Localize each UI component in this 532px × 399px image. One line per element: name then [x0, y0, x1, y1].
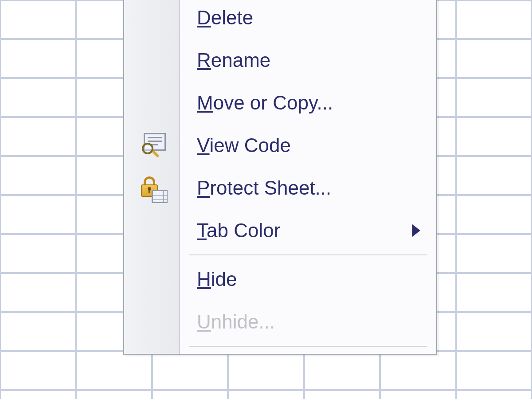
menu-item-tab-color[interactable]: Tab Color	[180, 209, 436, 252]
menu-item-rename[interactable]: Rename	[180, 39, 436, 82]
sheet-tab-context-menu: Delete Rename Move or Copy... View Code …	[123, 0, 437, 355]
cell[interactable]	[0, 234, 76, 273]
cell[interactable]	[456, 39, 532, 78]
menu-separator	[189, 254, 427, 255]
view-code-icon	[141, 133, 168, 160]
menu-item-label: Tab Color	[197, 219, 280, 242]
menu-item-unhide: Unhide...	[180, 301, 436, 343]
cell[interactable]	[76, 351, 152, 390]
cell[interactable]	[456, 234, 532, 273]
cell[interactable]	[456, 273, 532, 312]
cell[interactable]	[456, 195, 532, 234]
cell[interactable]	[456, 312, 532, 351]
cell[interactable]	[0, 351, 76, 390]
menu-item-move-or-copy[interactable]: Move or Copy...	[180, 82, 436, 124]
cell[interactable]	[304, 390, 380, 399]
cell[interactable]	[304, 351, 380, 390]
cell[interactable]	[0, 312, 76, 351]
cell[interactable]	[152, 351, 228, 390]
menu-item-label: Move or Copy...	[197, 92, 333, 114]
cell[interactable]	[0, 156, 76, 195]
menu-item-label: Rename	[197, 49, 270, 71]
cell[interactable]	[152, 390, 228, 399]
cell[interactable]	[380, 351, 456, 390]
cell[interactable]	[380, 390, 456, 399]
cell[interactable]	[228, 351, 304, 390]
menu-item-label: View Code	[197, 134, 291, 156]
cell[interactable]	[228, 390, 304, 399]
menu-item-label: Hide	[197, 268, 237, 290]
cell[interactable]	[0, 39, 76, 78]
cell[interactable]	[0, 273, 76, 312]
menu-icon-gutter	[124, 0, 180, 354]
menu-item-protect-sheet[interactable]: Protect Sheet...	[180, 167, 436, 209]
cell[interactable]	[0, 78, 76, 117]
cell[interactable]	[456, 117, 532, 156]
cell[interactable]	[456, 351, 532, 390]
cell[interactable]	[456, 156, 532, 195]
menu-separator	[189, 346, 427, 347]
cell[interactable]	[0, 0, 76, 39]
menu-item-label: Protect Sheet...	[197, 177, 331, 199]
cell[interactable]	[456, 390, 532, 399]
menu-items: Delete Rename Move or Copy... View Code …	[180, 0, 436, 354]
cell[interactable]	[76, 390, 152, 399]
menu-item-view-code[interactable]: View Code	[180, 124, 436, 167]
cell[interactable]	[0, 390, 76, 399]
cell[interactable]	[456, 78, 532, 117]
cell[interactable]	[0, 195, 76, 234]
menu-item-label: Unhide...	[197, 311, 275, 333]
menu-item-delete[interactable]: Delete	[180, 0, 436, 39]
cell[interactable]	[0, 117, 76, 156]
protect-sheet-icon	[141, 176, 168, 204]
menu-item-label: Delete	[197, 7, 253, 29]
cell[interactable]	[456, 0, 532, 39]
menu-item-hide[interactable]: Hide	[180, 258, 436, 301]
submenu-arrow-icon	[412, 224, 420, 237]
